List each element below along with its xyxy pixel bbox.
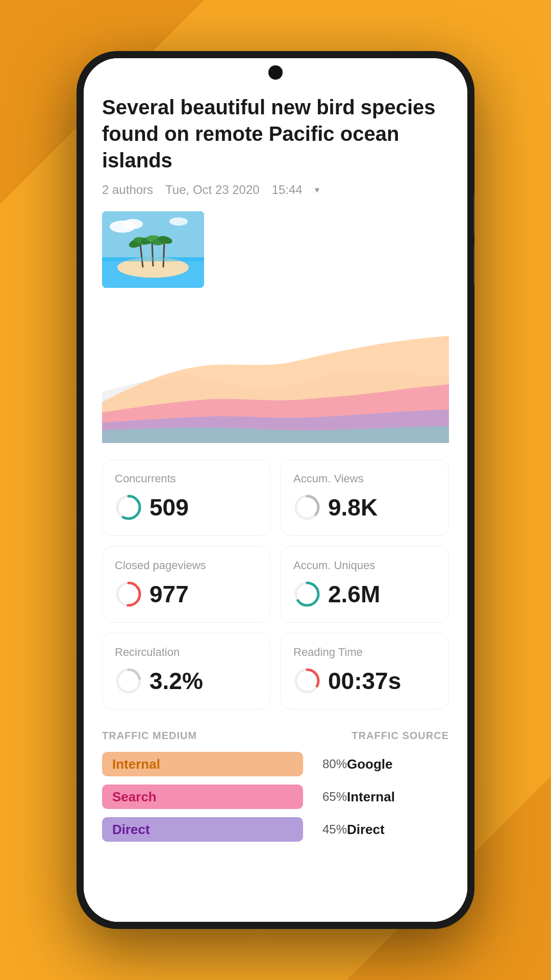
traffic-bar-direct: Direct xyxy=(102,817,303,842)
circle-icon-reading-time xyxy=(293,667,321,695)
article-time: 15:44 xyxy=(272,183,303,197)
traffic-source-list: Google Internal Direct xyxy=(347,752,449,850)
traffic-source-google: Google xyxy=(347,752,449,776)
volume-up-button xyxy=(473,194,474,235)
svg-point-2 xyxy=(122,219,143,229)
traffic-pct-direct: 45% xyxy=(311,822,347,837)
circle-icon-concurrents xyxy=(115,494,142,521)
traffic-bar-container-direct: Direct xyxy=(102,817,303,842)
stat-value-row-accum-uniques: 2.6M xyxy=(293,580,436,608)
stat-label-recirculation: Recirculation xyxy=(115,646,258,659)
traffic-bar-internal: Internal xyxy=(102,752,303,776)
traffic-pct-search: 65% xyxy=(311,790,347,804)
svg-point-3 xyxy=(169,217,188,226)
stat-value-row-reading-time: 00:37s xyxy=(293,667,436,695)
traffic-columns: Internal 80% Search 65% Di xyxy=(102,752,449,850)
stat-value-concurrents: 509 xyxy=(149,494,189,521)
traffic-row-direct: Direct 45% xyxy=(102,817,347,842)
article-thumbnail xyxy=(102,211,204,288)
stat-value-accum-uniques: 2.6M xyxy=(328,580,380,608)
stat-card-accum-views: Accum. Views 9.8K xyxy=(281,459,449,536)
stat-card-reading-time: Reading Time 00:37s xyxy=(281,633,449,709)
stat-label-accum-uniques: Accum. Uniques xyxy=(293,559,436,572)
traffic-source-direct: Direct xyxy=(347,817,449,842)
traffic-bar-container-internal: Internal xyxy=(102,752,303,776)
traffic-medium-list: Internal 80% Search 65% Di xyxy=(102,752,347,850)
traffic-section: TRAFFIC MEDIUM TRAFFIC SOURCE Internal 8… xyxy=(102,730,449,850)
stat-value-recirculation: 3.2% xyxy=(149,667,203,695)
stat-value-row-closed-pageviews: 977 xyxy=(115,580,258,608)
phone-screen: Several beautiful new bird species found… xyxy=(84,58,467,922)
screen-content: Several beautiful new bird species found… xyxy=(84,58,467,922)
svg-rect-15 xyxy=(102,257,204,261)
traffic-medium-header: TRAFFIC MEDIUM xyxy=(102,730,197,742)
traffic-source-header: TRAFFIC SOURCE xyxy=(352,730,449,742)
stat-value-accum-views: 9.8K xyxy=(328,494,378,521)
traffic-row-search: Search 65% xyxy=(102,785,347,809)
stat-label-closed-pageviews: Closed pageviews xyxy=(115,559,258,572)
stat-card-recirculation: Recirculation 3.2% xyxy=(102,633,270,709)
stat-value-closed-pageviews: 977 xyxy=(149,580,189,608)
stat-card-closed-pageviews: Closed pageviews 977 xyxy=(102,546,270,623)
volume-down-button xyxy=(473,245,474,286)
traffic-headers: TRAFFIC MEDIUM TRAFFIC SOURCE xyxy=(102,730,449,742)
camera-notch xyxy=(268,65,283,80)
stats-grid: Concurrents 509 Accum. Views xyxy=(102,459,449,709)
traffic-pct-internal: 80% xyxy=(311,757,347,771)
article-meta: 2 authors Tue, Oct 23 2020 15:44 ▾ xyxy=(102,183,449,197)
stat-label-reading-time: Reading Time xyxy=(293,646,436,659)
stat-value-reading-time: 00:37s xyxy=(328,667,401,695)
article-authors: 2 authors xyxy=(102,183,153,197)
phone-shell: Several beautiful new bird species found… xyxy=(77,51,474,929)
chart-area xyxy=(102,300,449,443)
traffic-bar-container-search: Search xyxy=(102,785,303,809)
circle-icon-accum-views xyxy=(293,494,321,521)
svg-line-9 xyxy=(152,242,153,266)
stat-label-concurrents: Concurrents xyxy=(115,472,258,485)
stat-value-row-recirculation: 3.2% xyxy=(115,667,258,695)
traffic-source-internal: Internal xyxy=(347,785,449,809)
stat-label-accum-views: Accum. Views xyxy=(293,472,436,485)
circle-icon-closed-pageviews xyxy=(115,580,142,608)
traffic-bar-search: Search xyxy=(102,785,303,809)
stat-value-row-concurrents: 509 xyxy=(115,494,258,521)
dropdown-arrow-icon[interactable]: ▾ xyxy=(315,184,319,195)
article-title: Several beautiful new bird species found… xyxy=(102,94,449,174)
stat-card-concurrents: Concurrents 509 xyxy=(102,459,270,536)
svg-line-12 xyxy=(163,243,164,267)
article-date: Tue, Oct 23 2020 xyxy=(165,183,260,197)
circle-icon-accum-uniques xyxy=(293,580,321,608)
circle-icon-recirculation xyxy=(115,667,142,695)
traffic-row-internal: Internal 80% xyxy=(102,752,347,776)
stat-value-row-accum-views: 9.8K xyxy=(293,494,436,521)
stat-card-accum-uniques: Accum. Uniques 2.6M xyxy=(281,546,449,623)
